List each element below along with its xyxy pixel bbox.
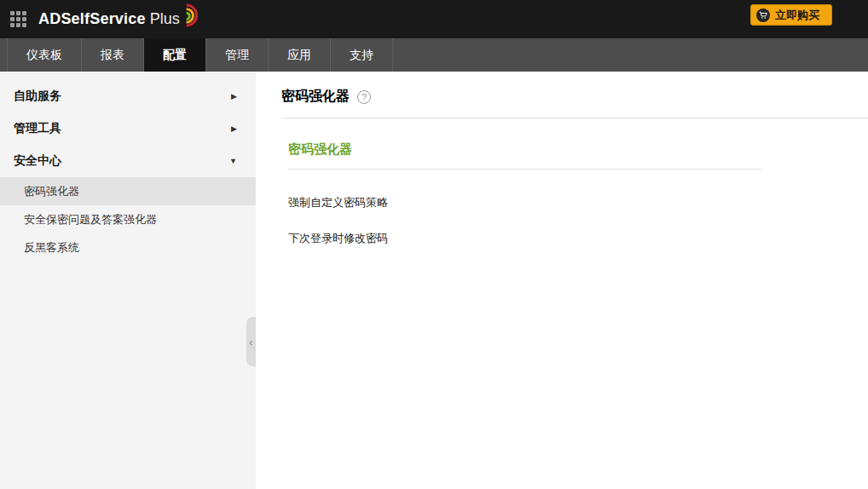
buy-now-button[interactable]: 立即购买 xyxy=(750,4,832,26)
sidebar: 自助服务 ▶ 管理工具 ▶ 安全中心 ▼ 密码强化器 安全保密问题及答案强化器 … xyxy=(0,72,256,489)
page-header: 密码强化器 ? xyxy=(281,72,868,118)
section-title: 密码强化器 xyxy=(288,141,761,170)
app-launcher-icon[interactable] xyxy=(10,11,26,27)
logo-text: ADSelfService xyxy=(38,10,146,28)
sidebar-submenu: 密码强化器 安全保密问题及答案强化器 反黑客系统 xyxy=(0,177,256,262)
chevron-right-icon: ▶ xyxy=(231,124,237,133)
sidebar-item-password-strengthener[interactable]: 密码强化器 xyxy=(0,177,256,205)
page-title: 密码强化器 xyxy=(281,88,350,106)
link-enforce-custom-password-policy[interactable]: 强制自定义密码策略 xyxy=(288,195,868,210)
chevron-down-icon: ▼ xyxy=(229,157,237,165)
tab-reports[interactable]: 报表 xyxy=(82,38,144,72)
main-nav: 仪表板 报表 配置 管理 应用 支持 xyxy=(0,38,868,72)
product-logo: ADSelfService Plus xyxy=(38,3,203,36)
tab-support[interactable]: 支持 xyxy=(331,38,393,72)
sidebar-section-admin-tools[interactable]: 管理工具 ▶ xyxy=(0,112,256,145)
top-header: ADSelfService Plus 立即购买 xyxy=(0,0,868,38)
logo-suffix: Plus xyxy=(150,10,180,28)
tab-admin[interactable]: 管理 xyxy=(206,38,269,72)
sidebar-collapse-handle[interactable]: ‹ xyxy=(246,317,256,366)
sidebar-item-security-qa-strengthener[interactable]: 安全保密问题及答案强化器 xyxy=(0,205,256,233)
password-strengthener-section: 密码强化器 强制自定义密码策略 下次登录时修改密码 xyxy=(281,141,868,246)
sidebar-section-label: 自助服务 xyxy=(14,89,61,104)
cart-icon xyxy=(756,9,770,22)
tab-dashboard[interactable]: 仪表板 xyxy=(7,38,82,72)
logo-swoosh-icon xyxy=(182,3,203,31)
main-panel: 密码强化器 ? 密码强化器 强制自定义密码策略 下次登录时修改密码 xyxy=(256,72,868,489)
collapse-chevron-icon: ‹ xyxy=(249,336,252,348)
chevron-right-icon: ▶ xyxy=(231,92,237,101)
sidebar-section-self-service[interactable]: 自助服务 ▶ xyxy=(0,80,256,112)
buy-now-label: 立即购买 xyxy=(775,8,819,23)
sidebar-section-label: 管理工具 xyxy=(14,121,61,136)
help-icon[interactable]: ? xyxy=(357,90,371,104)
sidebar-section-security-center[interactable]: 安全中心 ▼ xyxy=(0,145,256,177)
sidebar-section-label: 安全中心 xyxy=(14,153,61,169)
content-area: 自助服务 ▶ 管理工具 ▶ 安全中心 ▼ 密码强化器 安全保密问题及答案强化器 … xyxy=(0,72,868,489)
tab-application[interactable]: 应用 xyxy=(269,38,331,72)
link-change-password-next-logon[interactable]: 下次登录时修改密码 xyxy=(288,231,868,246)
tab-configuration[interactable]: 配置 xyxy=(144,38,206,72)
policy-link-list: 强制自定义密码策略 下次登录时修改密码 xyxy=(288,195,868,246)
sidebar-item-anti-hacker-system[interactable]: 反黑客系统 xyxy=(0,233,256,262)
